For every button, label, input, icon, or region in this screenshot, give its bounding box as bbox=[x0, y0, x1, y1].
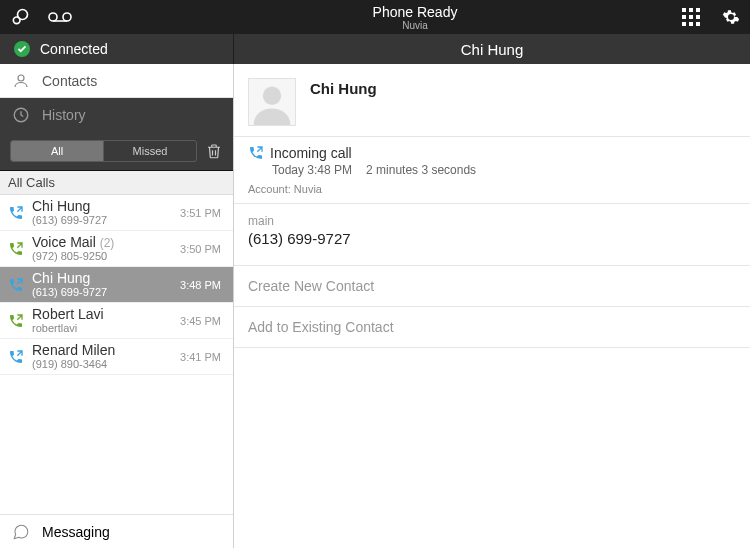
contacts-label: Contacts bbox=[42, 73, 97, 89]
connected-label: Connected bbox=[40, 41, 108, 57]
svg-point-17 bbox=[263, 87, 281, 105]
svg-rect-9 bbox=[689, 15, 693, 19]
phone-status-subtitle: Nuvia bbox=[210, 20, 620, 31]
call-row-time: 3:41 PM bbox=[180, 351, 225, 363]
contacts-icon bbox=[12, 72, 30, 90]
avatar bbox=[248, 78, 296, 126]
svg-rect-13 bbox=[696, 22, 700, 26]
call-row-time: 3:45 PM bbox=[180, 315, 225, 327]
incoming-call-icon bbox=[6, 205, 26, 221]
outgoing-call-icon bbox=[6, 241, 26, 257]
call-row-time: 3:50 PM bbox=[180, 243, 225, 255]
svg-rect-8 bbox=[682, 15, 686, 19]
create-new-contact-button[interactable]: Create New Contact bbox=[234, 266, 750, 307]
settings-icon[interactable] bbox=[722, 8, 740, 26]
call-row-name: Chi Hung bbox=[32, 271, 180, 286]
filter-segmented-control: All Missed bbox=[10, 140, 197, 162]
call-row-sub: (613) 699-9727 bbox=[32, 286, 180, 298]
call-duration: 2 minutes 3 seconds bbox=[366, 163, 476, 177]
phone-status-title: Phone Ready bbox=[210, 4, 620, 20]
outgoing-call-icon bbox=[6, 313, 26, 329]
contact-header: Chi Hung bbox=[234, 64, 750, 137]
contact-name: Chi Hung bbox=[310, 80, 377, 97]
incoming-call-icon bbox=[6, 349, 26, 365]
svg-rect-5 bbox=[682, 8, 686, 12]
svg-rect-11 bbox=[682, 22, 686, 26]
call-detail-block: Incoming call Today 3:48 PM 2 minutes 3 … bbox=[234, 137, 750, 204]
call-row-time: 3:51 PM bbox=[180, 207, 225, 219]
history-label: History bbox=[42, 107, 86, 123]
call-timestamp: Today 3:48 PM bbox=[272, 163, 352, 177]
svg-rect-10 bbox=[696, 15, 700, 19]
call-row-sub: (972) 805-9250 bbox=[32, 250, 180, 262]
svg-rect-6 bbox=[689, 8, 693, 12]
call-row[interactable]: Renard Milen(919) 890-34643:41 PM bbox=[0, 339, 233, 375]
call-row-name: Robert Lavi bbox=[32, 307, 180, 322]
svg-rect-12 bbox=[689, 22, 693, 26]
call-type-label: Incoming call bbox=[270, 145, 352, 161]
phone-block[interactable]: main (613) 699-9727 bbox=[234, 204, 750, 266]
svg-point-1 bbox=[13, 17, 20, 24]
dialpad-icon[interactable] bbox=[10, 7, 30, 27]
call-row-name: Voice Mail (2) bbox=[32, 235, 180, 250]
trash-icon[interactable] bbox=[205, 142, 223, 160]
voicemail-icon[interactable] bbox=[48, 10, 72, 24]
call-row-sub: (919) 890-3464 bbox=[32, 358, 180, 370]
grid-icon[interactable] bbox=[682, 8, 700, 26]
connected-icon bbox=[14, 41, 30, 57]
messaging-label: Messaging bbox=[42, 524, 110, 540]
history-filter-bar: All Missed bbox=[0, 132, 233, 171]
incoming-call-icon bbox=[6, 277, 26, 293]
call-row-time: 3:48 PM bbox=[180, 279, 225, 291]
add-to-existing-contact-button[interactable]: Add to Existing Contact bbox=[234, 307, 750, 348]
phone-number: (613) 699-9727 bbox=[248, 230, 736, 247]
status-bar: Connected Chi Hung bbox=[0, 34, 750, 64]
sidebar-item-history[interactable]: History bbox=[0, 98, 233, 132]
call-list-header: All Calls bbox=[0, 171, 233, 195]
call-list: Chi Hung(613) 699-97273:51 PMVoice Mail … bbox=[0, 195, 233, 514]
messaging-icon bbox=[12, 523, 30, 541]
call-row-sub: (613) 699-9727 bbox=[32, 214, 180, 226]
call-row-sub: robertlavi bbox=[32, 322, 180, 334]
call-row[interactable]: Robert Lavirobertlavi3:45 PM bbox=[0, 303, 233, 339]
svg-point-3 bbox=[63, 13, 71, 21]
detail-header-title: Chi Hung bbox=[234, 34, 750, 64]
svg-rect-7 bbox=[696, 8, 700, 12]
sidebar-item-messaging[interactable]: Messaging bbox=[0, 514, 233, 548]
top-bar: Phone Ready Nuvia bbox=[0, 0, 750, 34]
filter-all-button[interactable]: All bbox=[11, 141, 103, 161]
connection-status: Connected bbox=[0, 34, 234, 64]
history-icon bbox=[12, 106, 30, 124]
account-label: Account: Nuvia bbox=[248, 183, 736, 195]
call-row-name: Renard Milen bbox=[32, 343, 180, 358]
phone-type-label: main bbox=[248, 214, 736, 228]
filter-missed-button[interactable]: Missed bbox=[103, 141, 196, 161]
incoming-call-icon bbox=[248, 145, 264, 161]
detail-panel: Chi Hung Incoming call Today 3:48 PM 2 m… bbox=[234, 64, 750, 548]
call-row-name: Chi Hung bbox=[32, 199, 180, 214]
sidebar: Contacts History All Missed bbox=[0, 64, 234, 548]
sidebar-item-contacts[interactable]: Contacts bbox=[0, 64, 233, 98]
svg-point-2 bbox=[49, 13, 57, 21]
svg-point-15 bbox=[18, 75, 24, 81]
call-row[interactable]: Chi Hung(613) 699-97273:51 PM bbox=[0, 195, 233, 231]
call-row[interactable]: Voice Mail (2)(972) 805-92503:50 PM bbox=[0, 231, 233, 267]
call-row[interactable]: Chi Hung(613) 699-97273:48 PM bbox=[0, 267, 233, 303]
